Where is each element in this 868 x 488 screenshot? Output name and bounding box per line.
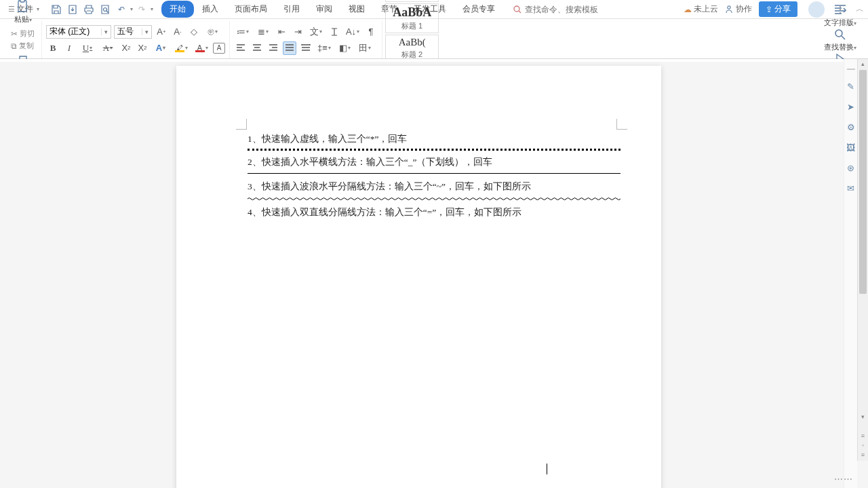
vertical-scrollbar[interactable]: ▴ ▾ ≡ ◦ ≡ — [857, 59, 868, 461]
text-direction-button[interactable] — [328, 25, 341, 39]
align-center-button[interactable] — [250, 41, 264, 55]
cloud-status[interactable]: ☁ 未上云 — [684, 3, 718, 15]
find-replace-label: 查找替换▾ — [824, 42, 856, 52]
shading-button[interactable]: ◧ — [336, 41, 353, 55]
search-input[interactable] — [525, 5, 620, 14]
svg-rect-4 — [20, 0, 24, 2]
scroll-up-button[interactable]: ▴ — [858, 59, 868, 69]
print-icon[interactable] — [83, 3, 95, 16]
next-section-icon[interactable]: ≡ — [861, 451, 865, 458]
preview-icon[interactable] — [99, 3, 111, 16]
resize-grip-icon[interactable]: ⋯⋯ — [834, 474, 853, 484]
page-content[interactable]: 1、快速输入虚线，输入三个“*”，回车 2、快速插入水平横线方法：输入三个“_”… — [176, 66, 661, 221]
command-search[interactable] — [513, 5, 620, 14]
font-name-input[interactable] — [47, 27, 101, 37]
numbering-button[interactable]: ≣ — [254, 25, 272, 39]
style-heading2[interactable]: AaBb( 标题 2 — [385, 35, 439, 62]
clear-format-icon[interactable]: ◇ — [187, 25, 201, 39]
page[interactable]: 1、快速输入虚线，输入三个“*”，回车 2、快速插入水平横线方法：输入三个“_”… — [176, 66, 661, 488]
tab-home[interactable]: 开始 — [161, 1, 194, 18]
style-name: 标题 2 — [401, 50, 422, 60]
text-layout-label: 文字排版▾ — [824, 18, 856, 28]
svg-point-2 — [728, 6, 730, 9]
superscript-button[interactable]: X2 — [119, 41, 133, 55]
pen-icon[interactable]: ✎ — [846, 81, 856, 92]
bullets-button[interactable]: ≔ — [234, 25, 252, 39]
asian-layout-button[interactable]: 文 — [307, 25, 325, 39]
paste-icon — [16, 0, 30, 14]
doc-line-1[interactable]: 1、快速输入虚线，输入三个“*”，回车 — [248, 130, 620, 148]
bold-button[interactable]: B — [46, 41, 60, 55]
paste-button[interactable]: 粘贴▾ — [10, 0, 36, 24]
phonetic-guide-icon[interactable]: ㊥ — [203, 25, 221, 39]
font-size-dropdown[interactable]: ▾ — [142, 29, 151, 35]
doc-line-3[interactable]: 3、快速插入波浪水平分隔线方法：输入三个“~”，回车，如下图所示 — [248, 178, 620, 195]
align-justify-button[interactable] — [283, 41, 296, 55]
share-button[interactable]: ⇪ 分享 — [759, 1, 797, 17]
align-left-button[interactable] — [234, 41, 248, 55]
font-name-dropdown[interactable]: ▾ — [101, 29, 111, 35]
borders-button[interactable]: 田 — [356, 41, 374, 55]
redo-button[interactable]: ↷ — [136, 3, 148, 16]
increase-indent-button[interactable]: ⇥ — [291, 25, 304, 39]
scroll-thumb[interactable] — [859, 70, 867, 294]
undo-dropdown[interactable]: ▾ — [129, 6, 134, 12]
line-spacing-button[interactable]: ‡≡ — [315, 41, 333, 55]
style-normal[interactable]: AaBbCcDd 正文 — [385, 0, 439, 2]
copy-button[interactable]: ⧉复制 — [11, 41, 35, 51]
align-right-button[interactable] — [267, 41, 280, 55]
font-color-button[interactable]: A — [193, 41, 210, 55]
paragraph-group: ≔ ≣ ⇤ ⇥ 文 A↓ ¶ ‡≡ ◧ 田 — [230, 21, 382, 58]
margin-marker-tr — [616, 119, 627, 130]
increase-font-icon[interactable]: A+ — [155, 25, 168, 39]
tab-review[interactable]: 审阅 — [308, 1, 340, 18]
select-tool-icon[interactable]: ➤ — [846, 101, 856, 112]
prev-section-icon[interactable]: ≡ — [861, 432, 865, 439]
style-name: 标题 1 — [401, 21, 422, 31]
font-size-combo[interactable]: ▾ — [114, 25, 152, 39]
tab-view[interactable]: 视图 — [340, 1, 373, 18]
decrease-font-icon[interactable]: A- — [171, 25, 184, 39]
style-preview: AaBb( — [399, 37, 426, 48]
text-effect-button[interactable]: A — [152, 41, 170, 55]
settings-icon[interactable]: ⚙ — [846, 121, 856, 132]
show-marks-button[interactable]: ¶ — [364, 25, 378, 39]
collab-label: 协作 — [736, 3, 752, 15]
comment-icon[interactable]: ✉ — [846, 183, 856, 193]
underline-button[interactable]: U — [79, 41, 96, 55]
decrease-indent-button[interactable]: ⇤ — [275, 25, 288, 39]
image-icon[interactable]: 🖼 — [846, 142, 856, 153]
tab-page-layout[interactable]: 页面布局 — [226, 1, 275, 18]
side-panel: ✎ ➤ ⚙ 🖼 ⊛ ✉ — [844, 59, 857, 488]
sort-button[interactable]: A↓ — [344, 25, 361, 39]
cut-button[interactable]: ✂剪切 — [11, 29, 35, 39]
char-border-button[interactable]: A — [213, 43, 225, 54]
redo-dropdown[interactable]: ▾ — [149, 6, 155, 12]
doc-line-2[interactable]: 2、快速插入水平横线方法：输入三个“_”（下划线），回车 — [248, 153, 620, 171]
subscript-button[interactable]: X2 — [136, 41, 149, 55]
panel-divider — [847, 69, 855, 70]
tab-references[interactable]: 引用 — [275, 1, 308, 18]
italic-button[interactable]: I — [62, 41, 76, 55]
save-icon[interactable] — [50, 3, 62, 16]
scroll-down-button[interactable]: ▾ — [858, 412, 868, 421]
find-replace-button[interactable]: 查找替换▾ — [820, 28, 861, 52]
text-layout-button[interactable]: 文字排版▾ — [820, 3, 861, 28]
font-name-combo[interactable]: ▾ — [46, 25, 111, 39]
atom-icon[interactable]: ⊛ — [846, 162, 856, 173]
collab-button[interactable]: 协作 — [725, 3, 752, 15]
tab-member[interactable]: 会员专享 — [454, 1, 503, 18]
font-size-input[interactable] — [115, 27, 142, 37]
undo-redo-group: ↶ ▾ ↷ ▾ — [115, 3, 155, 16]
export-icon[interactable] — [66, 3, 79, 16]
style-heading1[interactable]: AaBbA 标题 1 — [385, 3, 439, 33]
highlight-button[interactable]: 🖍 — [172, 41, 190, 55]
distribute-button[interactable] — [299, 41, 313, 55]
font-group: ▾ ▾ A+ A- ◇ ㊥ B I U A X2 X2 A 🖍 A A — [42, 21, 230, 58]
doc-line-4[interactable]: 4、快速插入双直线分隔线方法：输入三个“=”，回车，如下图所示 — [248, 204, 620, 221]
tab-insert[interactable]: 插入 — [194, 1, 226, 18]
undo-button[interactable]: ↶ — [115, 3, 127, 16]
browse-object-icon[interactable]: ◦ — [862, 442, 864, 449]
text-cursor — [547, 464, 547, 474]
strike-button[interactable]: A — [99, 41, 117, 55]
